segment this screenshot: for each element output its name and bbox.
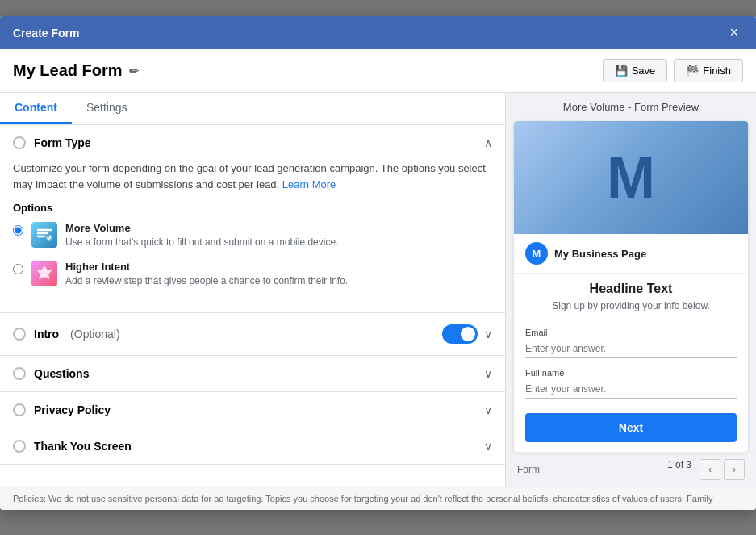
questions-header[interactable]: Questions ∨	[0, 356, 505, 391]
preview-footer: Form 1 of 3 ‹ ›	[506, 452, 756, 487]
edit-title-icon[interactable]: ✏	[129, 65, 139, 77]
finish-button[interactable]: 🏁 Finish	[674, 59, 743, 82]
thank-you-circle	[13, 440, 26, 453]
questions-section: Questions ∨	[0, 356, 505, 392]
questions-chevron-icon: ∨	[484, 367, 492, 380]
intro-section: Intro (Optional) ∨	[0, 313, 505, 356]
preview-prev-button[interactable]: ‹	[700, 459, 720, 480]
form-type-chevron-up-icon: ∧	[484, 136, 492, 149]
intro-title: Intro	[34, 328, 59, 341]
save-label: Save	[632, 65, 656, 77]
modal-title: Create Form	[13, 27, 79, 40]
preview-nav: 1 of 3 ‹ ›	[667, 459, 745, 480]
intro-optional: (Optional)	[70, 328, 119, 341]
thank-you-header[interactable]: Thank You Screen ∨	[0, 428, 505, 464]
phone-preview: M M My Business Page Headline Text Sign …	[514, 121, 748, 452]
thank-you-section: Thank You Screen ∨	[0, 428, 505, 465]
higher-intent-text: Higher Intent Add a review step that giv…	[65, 261, 348, 288]
questions-title: Questions	[34, 367, 89, 380]
preview-page-info: M My Business Page	[514, 234, 748, 274]
sections-container: Form Type ∧ Customize your form dependin…	[0, 125, 505, 465]
preview-page-avatar: M	[525, 242, 548, 265]
form-type-content: Customize your form depending on the goa…	[0, 161, 505, 312]
preview-page-name: My Business Page	[554, 248, 646, 260]
save-icon: 💾	[615, 65, 628, 77]
preview-headline: Headline Text	[514, 274, 748, 299]
modal-header: Create Form ×	[0, 16, 756, 49]
higher-intent-icon	[31, 261, 57, 286]
preview-hero-letter: M	[607, 144, 655, 211]
preview-subtext: Sign up by providing your info below.	[514, 299, 748, 323]
preview-email-input[interactable]	[525, 340, 737, 358]
privacy-policy-header[interactable]: Privacy Policy ∨	[0, 392, 505, 428]
preview-title: More Volume - Form Preview	[506, 93, 756, 121]
higher-intent-radio[interactable]	[13, 264, 23, 274]
form-type-title: Form Type	[34, 136, 91, 149]
svg-rect-0	[35, 225, 54, 245]
privacy-policy-circle	[13, 403, 26, 416]
options-label: Options	[13, 202, 492, 214]
modal-close-button[interactable]: ×	[725, 23, 743, 43]
learn-more-link[interactable]: Learn More	[282, 178, 336, 190]
more-volume-radio[interactable]	[13, 225, 23, 236]
form-title-section: My Lead Form ✏	[13, 61, 139, 80]
tab-settings[interactable]: Settings	[72, 93, 142, 124]
modal-footer-bar: Policies: We do not use sensitive person…	[0, 487, 756, 511]
preview-next-button[interactable]: Next	[525, 413, 737, 442]
option-higher-intent: Higher Intent Add a review step that giv…	[13, 261, 492, 288]
finish-icon: 🏁	[686, 65, 699, 77]
preview-hero: M	[514, 121, 748, 234]
thank-you-chevron-icon: ∨	[484, 440, 492, 453]
preview-email-label: Email	[525, 328, 737, 337]
intro-toggle-slider	[442, 324, 478, 344]
preview-pagination: 1 of 3	[667, 459, 691, 480]
intro-toggle[interactable]	[442, 324, 478, 344]
form-title-text: My Lead Form	[13, 61, 123, 80]
more-volume-icon	[31, 222, 57, 248]
create-form-modal: Create Form × My Lead Form ✏ 💾 Save 🏁 Fi…	[0, 16, 756, 510]
title-action-buttons: 💾 Save 🏁 Finish	[603, 59, 743, 82]
form-type-circle	[13, 136, 26, 149]
more-volume-text: More Volume Use a form that's quick to f…	[65, 222, 338, 249]
questions-circle	[13, 367, 26, 380]
preview-fullname-input[interactable]	[525, 380, 737, 399]
intro-chevron-icon: ∨	[484, 328, 492, 341]
intro-header[interactable]: Intro (Optional) ∨	[0, 313, 505, 355]
form-title-bar: My Lead Form ✏ 💾 Save 🏁 Finish	[0, 49, 756, 93]
preview-form-label: Form	[517, 464, 540, 475]
privacy-policy-title: Privacy Policy	[34, 403, 111, 416]
form-type-description: Customize your form depending on the goa…	[13, 161, 492, 192]
footer-text: Policies: We do not use sensitive person…	[13, 494, 713, 504]
preview-fullname-label: Full name	[525, 368, 737, 378]
privacy-policy-chevron-icon: ∨	[484, 403, 492, 416]
right-panel: More Volume - Form Preview M M My Busine…	[506, 93, 756, 487]
finish-label: Finish	[703, 65, 731, 77]
modal-body: Content Settings Form Type	[0, 93, 756, 487]
privacy-policy-section: Privacy Policy ∨	[0, 392, 505, 428]
preview-next-nav-button[interactable]: ›	[724, 459, 745, 480]
intro-circle	[13, 328, 26, 341]
preview-field-fullname: Full name	[514, 363, 748, 403]
tab-content[interactable]: Content	[0, 93, 72, 124]
preview-field-email: Email	[514, 323, 748, 363]
option-more-volume: More Volume Use a form that's quick to f…	[13, 222, 492, 249]
save-button[interactable]: 💾 Save	[603, 59, 668, 82]
left-panel: Content Settings Form Type	[0, 93, 506, 487]
form-type-section: Form Type ∧ Customize your form dependin…	[0, 125, 505, 313]
form-type-header[interactable]: Form Type ∧	[0, 125, 505, 161]
thank-you-title: Thank You Screen	[34, 440, 132, 453]
tab-bar: Content Settings	[0, 93, 505, 125]
